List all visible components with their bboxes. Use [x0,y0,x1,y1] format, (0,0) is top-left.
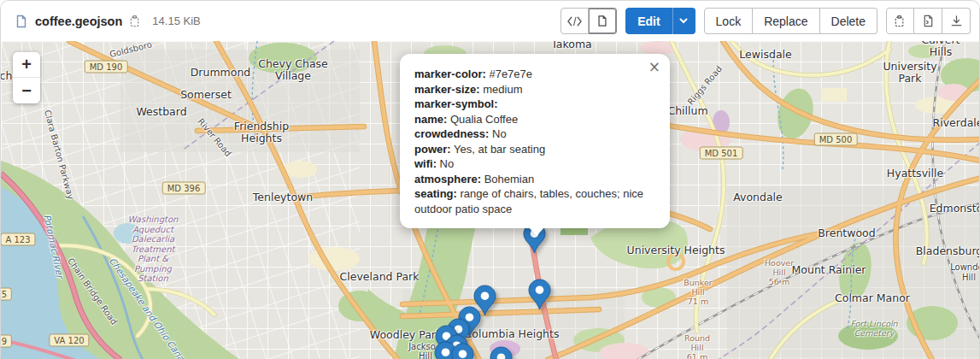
map-marker[interactable] [490,346,513,359]
edit-split-button: Edit [625,8,695,34]
file-viewer: coffee.geojson 14.15 KiB [0,0,980,359]
geojson-map[interactable]: + − TakomaDrummondSomersetWestbardChevy … [1,41,980,359]
zoom-control: + − [13,52,40,103]
raw-file-icon [922,15,935,27]
download-button[interactable] [942,8,971,34]
copy-path-icon[interactable] [129,15,142,27]
feature-property-row: marker-size: medium [414,82,654,97]
feature-property-row: crowdedness: No [414,127,654,142]
file-name: coffee.geojson [35,15,122,28]
feature-property-row: wifi: No [414,156,654,172]
code-icon [567,16,582,26]
file-size: 14.15 KiB [152,15,200,27]
file-meta: coffee.geojson 14.15 KiB [15,15,201,28]
feature-properties: marker-color: #7e7e7emarker-size: medium… [414,67,654,216]
feature-property-row: marker-color: #7e7e7e [414,67,654,82]
file-actions-group: Lock Replace Delete [704,8,877,34]
rendered-view-button[interactable] [589,8,617,34]
feature-property-row: power: Yes, at bar seating [414,142,654,157]
toolbar-actions: Edit Lock Replace Delete [560,8,971,34]
map-marker[interactable] [451,343,474,359]
file-icon [15,15,28,28]
map-marker[interactable] [528,279,551,310]
edit-button[interactable]: Edit [625,8,672,34]
feature-property-row: marker-symbol: [414,97,654,112]
open-raw-button[interactable] [914,8,942,34]
edit-dropdown-button[interactable] [672,8,695,34]
zoom-in-button[interactable]: + [13,52,40,78]
copy-contents-icon [894,15,907,27]
popup-tail [528,227,545,244]
chevron-down-icon [679,18,688,24]
feature-property-row: atmosphere: Bohemian [414,172,654,187]
close-icon[interactable]: × [648,60,660,74]
feature-property-row: name: Qualia Coffee [414,112,654,127]
copy-contents-button[interactable] [886,8,914,34]
document-icon [596,15,608,27]
zoom-out-button[interactable]: − [13,78,40,103]
delete-button[interactable]: Delete [820,8,877,34]
file-toolbar: coffee.geojson 14.15 KiB [1,1,979,41]
feature-popup: × marker-color: #7e7e7emarker-size: medi… [400,54,670,228]
download-icon [950,15,963,27]
source-view-button[interactable] [560,8,589,34]
utility-group [886,8,971,34]
feature-property-row: seating: range of chairs, tables, couche… [414,186,654,216]
lock-button[interactable]: Lock [704,8,754,34]
replace-button[interactable]: Replace [753,8,819,34]
view-toggle-group [560,8,617,34]
